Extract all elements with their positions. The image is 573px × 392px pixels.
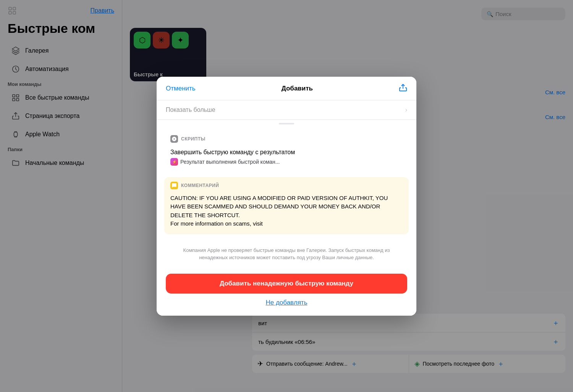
add-untrusted-button[interactable]: Добавить ненадежную быструю команду bbox=[166, 274, 407, 294]
warning-text: Компания Apple не проверяет быстрые кома… bbox=[157, 240, 416, 268]
cancel-button[interactable]: Отменить bbox=[166, 85, 196, 92]
modal-overlay[interactable]: Отменить Добавить Показать больше › bbox=[0, 0, 573, 392]
comment-label: КОММЕНТАРИЙ bbox=[181, 183, 219, 188]
scripts-icon bbox=[170, 135, 178, 143]
modal: Отменить Добавить Показать больше › bbox=[157, 77, 416, 316]
modal-body: Показать больше › СКРИПТЫ Завершить быст… bbox=[157, 100, 416, 268]
script-item-title: Завершить быструю команду с результатом bbox=[170, 149, 403, 156]
comment-body: CAUTION: IF YOU ARE USING A MODIFIED OR … bbox=[164, 192, 409, 234]
modal-title: Добавить bbox=[282, 85, 313, 92]
shortcut-app-icon: ⚡ bbox=[170, 158, 178, 166]
comment-section: КОММЕНТАРИЙ CAUTION: IF YOU ARE USING A … bbox=[164, 177, 409, 234]
show-more-row[interactable]: Показать больше › bbox=[157, 100, 416, 120]
scripts-section: СКРИПТЫ Завершить быструю команду с резу… bbox=[164, 131, 409, 171]
script-item-subtitle: ⚡ Результат выполнения быстрой коман... bbox=[170, 158, 403, 166]
comment-header: КОММЕНТАРИЙ bbox=[164, 177, 409, 192]
dont-add-button[interactable]: Не добавлять bbox=[265, 299, 307, 307]
show-more-text: Показать больше bbox=[166, 106, 215, 113]
chevron-right-icon: › bbox=[405, 106, 407, 113]
script-item: Завершить быструю команду с результатом … bbox=[164, 146, 409, 171]
modal-header: Отменить Добавить bbox=[157, 77, 416, 100]
scripts-label: СКРИПТЫ bbox=[181, 136, 206, 142]
modal-footer: Добавить ненадежную быструю команду Не д… bbox=[157, 268, 416, 316]
scripts-section-header: СКРИПТЫ bbox=[164, 131, 409, 146]
divider-handle bbox=[279, 123, 294, 124]
share-button[interactable] bbox=[399, 84, 407, 94]
comment-icon bbox=[170, 182, 178, 189]
